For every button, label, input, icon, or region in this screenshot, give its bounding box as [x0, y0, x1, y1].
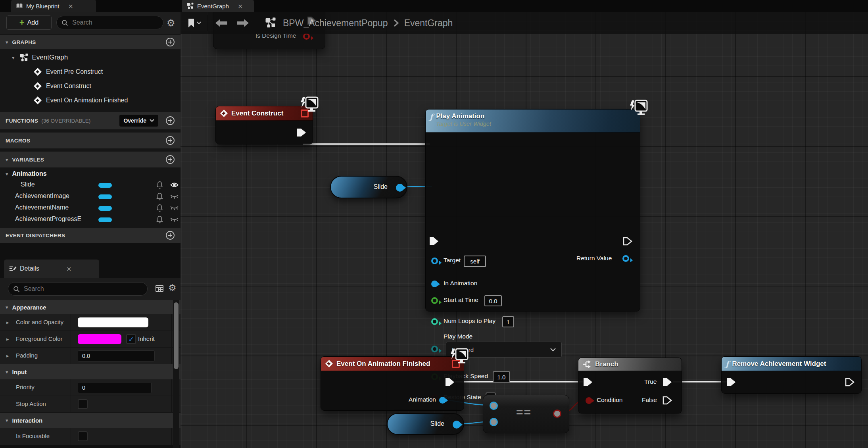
section-graphs[interactable]: ▾ GRAPHS	[0, 35, 181, 49]
target-value-box[interactable]: self	[464, 256, 486, 267]
node-variable-slide[interactable]: Slide	[387, 413, 464, 435]
section-functions[interactable]: FUNCTIONS (36 OVERRIDABLE) Override	[0, 112, 181, 129]
eye-closed-icon[interactable]	[170, 194, 179, 200]
breadcrumb-root[interactable]: BPW_AchievementPopup	[283, 18, 388, 29]
breadcrumb-current[interactable]: EventGraph	[404, 18, 453, 29]
chevron-right-icon[interactable]: ▸	[6, 319, 9, 325]
close-icon[interactable]: ×	[238, 2, 243, 10]
section-event-dispatchers[interactable]: EVENT DISPATCHERS	[0, 228, 181, 243]
chevron-down-icon[interactable]: ▾	[6, 157, 8, 163]
exec-input-pin[interactable]	[429, 236, 439, 246]
display-filter-icon[interactable]	[155, 284, 164, 293]
start-at-time-pin[interactable]	[431, 297, 438, 304]
variable-output-pin[interactable]	[453, 421, 461, 429]
add-macro-icon[interactable]	[165, 136, 175, 145]
chevron-right-icon[interactable]: ▸	[6, 336, 9, 342]
in-animation-pin[interactable]	[431, 281, 438, 287]
animation-output-pin[interactable]	[439, 397, 446, 404]
variable-row-achievementname[interactable]: AchievementName	[0, 202, 181, 214]
true-exec-output-pin[interactable]	[662, 377, 672, 387]
chevron-right-icon[interactable]: ▸	[6, 353, 9, 359]
node-play-animation[interactable]: ƒ Play Animation Target is User Widget T…	[425, 109, 640, 311]
gear-icon[interactable]: ⚙	[168, 283, 177, 293]
chevron-down-icon[interactable]: ▾	[6, 417, 8, 423]
bell-icon[interactable]	[156, 215, 164, 224]
exec-output-pin[interactable]	[445, 377, 455, 387]
stop-action-checkbox[interactable]	[78, 399, 88, 409]
eye-open-icon[interactable]	[170, 181, 179, 189]
num-loops-box[interactable]: 1	[502, 316, 514, 327]
node-branch[interactable]: Branch Condition True False	[578, 358, 682, 413]
details-scrollbar-thumb[interactable]	[174, 302, 179, 369]
close-icon[interactable]: ×	[68, 2, 73, 10]
override-dropdown[interactable]: Override	[119, 115, 158, 127]
my-blueprint-search[interactable]	[56, 16, 163, 29]
node-header[interactable]: ƒ Play Animation Target is User Widget	[426, 110, 640, 133]
back-button[interactable]	[215, 18, 228, 28]
section-variables[interactable]: ▾ VARIABLES	[0, 152, 181, 167]
exec-output-pin[interactable]	[296, 128, 307, 137]
priority-input[interactable]: 0	[78, 382, 152, 393]
node-event-construct[interactable]: Event Construct	[215, 106, 313, 144]
node-header[interactable]: Event Construct	[216, 106, 313, 121]
details-section-input[interactable]: ▾ Input	[0, 364, 181, 379]
chevron-down-icon[interactable]: ▾	[6, 304, 8, 310]
exec-input-pin[interactable]	[726, 377, 736, 387]
bookmarks-button[interactable]	[187, 18, 201, 28]
sidebar-item-event-on-animation-finished[interactable]: Event On Animation Finished	[0, 94, 181, 107]
inherit-checkbox[interactable]: ✓	[126, 334, 136, 344]
graph-canvas[interactable]: Is Design Time Event Construct ƒ	[181, 12, 868, 448]
exec-input-pin[interactable]	[583, 377, 593, 387]
add-function-icon[interactable]	[165, 116, 175, 125]
add-button[interactable]: + Add	[6, 15, 52, 30]
add-dispatcher-icon[interactable]	[165, 231, 175, 240]
details-scrollbar-track[interactable]	[173, 300, 179, 448]
details-section-interaction[interactable]: ▾ Interaction	[0, 413, 181, 428]
details-search[interactable]	[8, 282, 148, 296]
color-and-opacity-swatch[interactable]	[78, 317, 148, 327]
playback-speed-box[interactable]: 1.0	[493, 371, 510, 383]
return-value-pin[interactable]	[622, 255, 629, 262]
forward-button[interactable]	[236, 18, 250, 28]
chevron-down-icon[interactable]: ▾	[6, 171, 8, 177]
equal-input-pin-a[interactable]	[490, 402, 498, 410]
tab-details[interactable]: Details ×	[4, 260, 99, 278]
bell-icon[interactable]	[156, 181, 164, 189]
sidebar-item-eventgraph[interactable]: ▾ EventGraph	[0, 51, 181, 64]
variable-category-animations[interactable]: ▾ Animations	[0, 168, 181, 179]
gear-icon[interactable]: ⚙	[167, 17, 175, 29]
sidebar-item-event-construct[interactable]: Event Construct	[0, 79, 181, 93]
condition-pin[interactable]	[586, 397, 592, 404]
exec-output-pin[interactable]	[845, 377, 855, 387]
section-macros[interactable]: MACROS	[0, 133, 181, 148]
search-input[interactable]	[23, 285, 142, 293]
add-graph-icon[interactable]	[165, 37, 175, 47]
is-focusable-checkbox[interactable]	[78, 431, 88, 441]
close-icon[interactable]: ×	[66, 265, 71, 273]
node-remove-achievement-widget[interactable]: ƒ Remove Achievement Widget	[721, 356, 862, 394]
target-pin[interactable]	[431, 258, 438, 264]
node-header[interactable]: ƒ Remove Achievement Widget	[722, 357, 861, 371]
tab-my-blueprint[interactable]: My Blueprint ×	[11, 0, 96, 12]
num-loops-pin[interactable]	[431, 318, 438, 325]
equal-output-pin[interactable]	[553, 410, 561, 418]
sidebar-item-event-pre-construct[interactable]: Event Pre Construct	[0, 65, 181, 79]
add-variable-icon[interactable]	[165, 155, 175, 164]
node-variable-slide[interactable]: Slide	[330, 176, 407, 198]
node-equal[interactable]: ==	[483, 395, 569, 433]
tab-eventgraph[interactable]: EventGraph ×	[182, 0, 254, 12]
false-exec-output-pin[interactable]	[662, 396, 672, 405]
foreground-color-swatch[interactable]	[78, 334, 121, 344]
variable-row-slide[interactable]: Slide	[0, 179, 181, 191]
padding-input[interactable]: 0.0	[78, 350, 155, 361]
search-input[interactable]	[71, 19, 158, 27]
variable-row-achievementprogress[interactable]: AchievementProgressE	[0, 214, 181, 225]
play-mode-pin[interactable]	[431, 346, 438, 352]
bell-icon[interactable]	[156, 192, 164, 201]
eye-closed-icon[interactable]	[170, 205, 179, 212]
node-header[interactable]: Branch	[578, 358, 682, 371]
exec-output-pin[interactable]	[622, 236, 633, 246]
details-section-appearance[interactable]: ▾ Appearance	[0, 300, 181, 314]
start-at-time-box[interactable]: 0.0	[484, 295, 502, 306]
variable-row-achievementimage[interactable]: AchievementImage	[0, 191, 181, 202]
